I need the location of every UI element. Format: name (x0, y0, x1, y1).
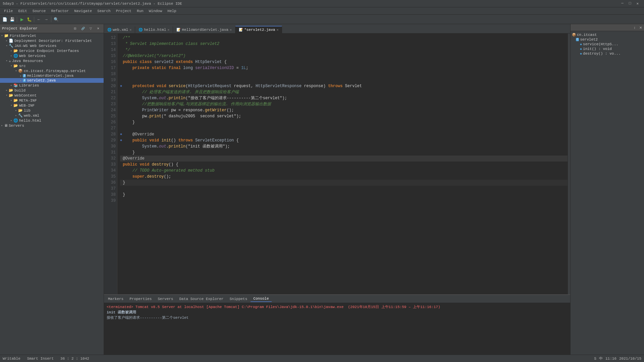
code-content[interactable]: /** * Servlet implementation class servl… (117, 34, 568, 294)
code-text-12: /** (123, 35, 130, 41)
outline-item-3[interactable]: ◆init() : void (572, 47, 643, 51)
bottom-tab-data-source-explorer[interactable]: Data Source Explorer (176, 296, 226, 302)
sidebar-item-5[interactable]: ▾☕Java Resources (0, 58, 104, 63)
outline-item-1[interactable]: Cservlet2 (572, 37, 643, 42)
sidebar-item-6[interactable]: ▾📂src (0, 63, 104, 68)
sidebar-tree: ▾📁FirstServlet▸📄Deployment Descriptor: F… (0, 33, 104, 355)
bottom-tab-servers[interactable]: Servers (155, 296, 176, 302)
line-num-18: 18 (104, 71, 116, 77)
outline-item-2[interactable]: ◆service(HttpS... (572, 42, 643, 47)
code-text-16: public class servlet2 extends HttpServle… (123, 59, 227, 65)
outline-item-4[interactable]: ◆destroy() : vo... (572, 51, 643, 56)
line-num-25: 25 (104, 113, 116, 119)
sidebar-item-15[interactable]: ▸📂lib (0, 108, 104, 113)
bottom-tab-markers[interactable]: Markers (105, 296, 126, 302)
line-num-34: 34 (104, 168, 116, 174)
sidebar-item-8[interactable]: ▸JHelloWordServlet.java (0, 73, 104, 78)
close-btn[interactable]: ✕ (636, 1, 639, 6)
sidebar-item-9[interactable]: ▸Jservlet2.java (0, 78, 104, 83)
tab-close[interactable]: ✕ (230, 28, 232, 32)
line-num-37: 37 (104, 186, 116, 192)
status-position: 36 : 2 : 1042 (60, 357, 89, 361)
menu-item-search[interactable]: Search (95, 8, 113, 14)
sidebar-item-1[interactable]: ▸📄Deployment Descriptor: FirstServlet (0, 38, 104, 43)
search-btn[interactable]: 🔍 (53, 16, 59, 23)
outline-toolbar: ↕ ✕ (571, 24, 644, 31)
toolbar-sep-1 (17, 17, 17, 22)
code-line-28: ◆ @Override (120, 131, 568, 137)
menu-item-project[interactable]: Project (113, 8, 134, 14)
console-init-line: init 函数被调用 (107, 310, 568, 315)
bottom-panel: MarkersPropertiesServersData Source Expl… (104, 294, 570, 355)
menu-item-navigate[interactable]: Navigate (71, 8, 95, 14)
menu-item-refactor[interactable]: Refactor (48, 8, 71, 14)
tab-close[interactable]: ✕ (276, 28, 278, 32)
line-num-27: 27 (104, 125, 116, 131)
sidebar-collapse-btn[interactable]: ⊟ (72, 25, 78, 32)
back-btn[interactable]: ← (36, 16, 42, 23)
code-line-34: // TODO Auto-generated method stub (120, 168, 568, 174)
sidebar-item-11[interactable]: ▸📂build (0, 88, 104, 93)
outline-sort-btn[interactable]: ↕ (632, 25, 637, 30)
menu-item-source[interactable]: Source (30, 8, 49, 14)
bottom-tab-properties[interactable]: Properties (127, 296, 154, 302)
sidebar-close-btn[interactable]: ✕ (95, 25, 102, 32)
menu-item-run[interactable]: Run (134, 8, 146, 14)
line-num-31: 31 (104, 149, 116, 156)
run-btn[interactable]: ▶ (18, 16, 25, 23)
sidebar-item-4[interactable]: ▸🌐Web Services (0, 53, 104, 58)
sidebar-item-3[interactable]: ▸📂Service Endpoint Interfaces (0, 48, 104, 53)
sidebar-link-btn[interactable]: 🔗 (79, 25, 86, 32)
toolbar-sep-2 (34, 17, 34, 22)
editor-tab--servlet2-java[interactable]: 📝*servlet2.java✕ (235, 26, 282, 33)
save-btn[interactable]: 💾 (9, 16, 15, 23)
bottom-tab-snippets[interactable]: Snippets (227, 296, 250, 302)
line-num-36: 36 (104, 180, 116, 186)
sidebar-item-16[interactable]: ▸🔧web.xml (0, 113, 104, 118)
code-text-38: } (123, 192, 125, 198)
menu-item-file[interactable]: File (1, 8, 15, 14)
new-btn[interactable]: 📄 (1, 16, 8, 23)
title-text: 5day3 - FirstServlet/src/cn/itcast/first… (3, 2, 182, 6)
line-num-21: 21 (104, 89, 116, 95)
main-area: Project Explorer ⊟ 🔗 ▽ ✕ ▾📁FirstServlet▸… (0, 24, 644, 355)
status-right-area: S 中 11:16 2021/10/15 (594, 356, 641, 361)
code-line-14: */ (120, 47, 568, 53)
sidebar-item-13[interactable]: ▸📂META-INF (0, 98, 104, 103)
minimize-btn[interactable]: ─ (621, 1, 624, 6)
sidebar-filter-btn[interactable]: ▽ (87, 25, 94, 32)
code-line-22: System.out.println("接收了客户端的请求----------第… (120, 95, 568, 101)
sidebar-item-2[interactable]: ▾🔧JAX-WS Web Services (0, 43, 104, 48)
status-writable: Writable (3, 357, 20, 361)
line-num-13: 13 (104, 41, 116, 47)
forward-btn[interactable]: → (43, 16, 50, 23)
sidebar-item-10[interactable]: ▸📚Libraries (0, 83, 104, 88)
sidebar-item-17[interactable]: ▸🌐hello.html (0, 118, 104, 123)
outline-content: 📦cn.itcastCservlet2◆service(HttpS...◆ini… (571, 31, 644, 355)
code-text-25: pw.print(" dashuju2005 second servlet"); (123, 113, 241, 119)
bottom-tab-console[interactable]: Console (251, 296, 271, 302)
line-num-20: 20 (104, 83, 116, 89)
sidebar-item-18[interactable]: ▸🖥Servers (0, 123, 104, 128)
editor-tab-hello-html[interactable]: 🌐hello.html✕ (135, 26, 173, 33)
maximize-btn[interactable]: □ (629, 1, 631, 6)
tab-close[interactable]: ✕ (167, 28, 169, 32)
code-text-21: // 处理客户端发送的请求. 并且把数据响应给客户端 (123, 89, 239, 95)
line-marker-28: ◆ (120, 131, 123, 137)
sidebar-item-0[interactable]: ▾📁FirstServlet (0, 33, 104, 38)
debug-btn[interactable]: 🐛 (26, 16, 33, 23)
editor-tab-HelloWordServlet-java[interactable]: 📝HelloWordServlet.java✕ (173, 26, 235, 33)
menu-item-edit[interactable]: Edit (15, 8, 30, 14)
sidebar: Project Explorer ⊟ 🔗 ▽ ✕ ▾📁FirstServlet▸… (0, 24, 104, 355)
menu-item-help[interactable]: Help (165, 8, 179, 14)
sidebar-item-7[interactable]: ▾📦cn.itcast.firstmyapp.servlet (0, 68, 104, 73)
tab-close[interactable]: ✕ (129, 28, 131, 32)
code-line-13: * Servlet implementation class servlet2 (120, 41, 568, 47)
menu-item-window[interactable]: Window (146, 8, 165, 14)
sidebar-item-14[interactable]: ▾📂WEB-INF (0, 103, 104, 108)
code-line-17: private static final long serialVersionU… (120, 65, 568, 71)
outline-hide-btn[interactable]: ✕ (638, 25, 643, 30)
outline-item-0[interactable]: 📦cn.itcast (572, 33, 643, 37)
editor-tab-web-xml[interactable]: 🌐web.xml✕ (104, 26, 135, 33)
sidebar-item-12[interactable]: ▾📂WebContent (0, 93, 104, 98)
